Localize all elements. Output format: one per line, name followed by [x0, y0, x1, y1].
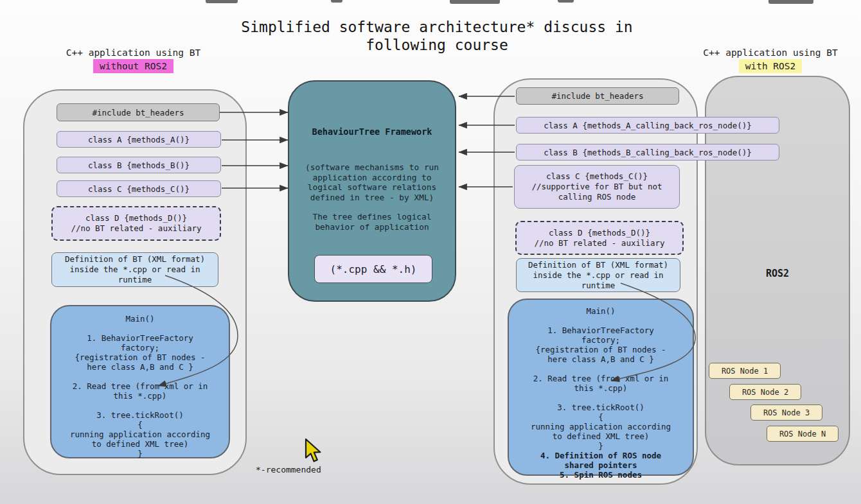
arrow-left-definition-to-main: [158, 275, 238, 386]
architecture-diagram: Simplified software architecture* discus…: [0, 0, 861, 504]
arrows-layer: [0, 0, 861, 504]
mouse-cursor-icon: [302, 438, 324, 464]
arrow-right-definition-to-main: [611, 283, 695, 381]
